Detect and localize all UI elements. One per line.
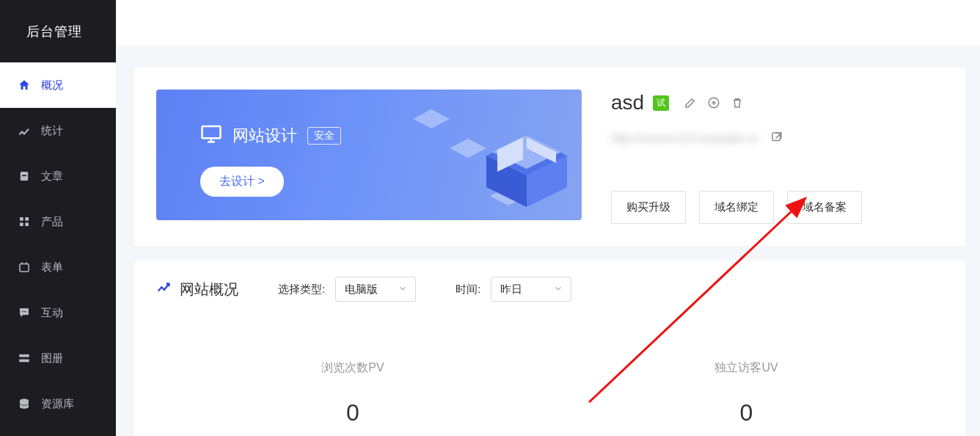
sidebar-item-label: 概况 bbox=[41, 79, 63, 92]
site-card: 网站设计 安全 去设计 > bbox=[134, 68, 965, 246]
svg-point-7 bbox=[22, 311, 23, 313]
overview-chart-icon bbox=[156, 280, 172, 299]
svg-rect-2 bbox=[20, 217, 23, 221]
upgrade-button[interactable]: 购买升级 bbox=[611, 191, 686, 224]
safe-tag: 安全 bbox=[307, 127, 341, 145]
sidebar-item-resources[interactable]: 资源库 bbox=[0, 381, 116, 426]
sidebar-item-label: 文章 bbox=[41, 170, 63, 184]
stat-pv-label: 浏览次数PV bbox=[321, 360, 384, 376]
stat-pv: 浏览次数PV 0 bbox=[321, 360, 384, 426]
stat-uv-label: 独立访客UV bbox=[714, 360, 778, 376]
svg-marker-15 bbox=[450, 139, 486, 158]
filter-type-select[interactable]: 电脑版 bbox=[335, 277, 416, 302]
filter-time-value: 昨日 bbox=[500, 283, 522, 297]
filter-type-label: 选择类型: bbox=[278, 283, 325, 297]
site-url-blurred: http://xxxxxx114.example.cn bbox=[611, 132, 758, 145]
banner-illustration bbox=[376, 90, 582, 220]
trial-badge: 试 bbox=[653, 95, 669, 111]
record-domain-button[interactable]: 域名备案 bbox=[787, 191, 862, 224]
sidebar-item-product[interactable]: 产品 bbox=[0, 199, 116, 244]
svg-point-9 bbox=[26, 311, 27, 313]
sidebar-item-label: 产品 bbox=[41, 215, 63, 229]
grid-icon bbox=[18, 215, 31, 228]
svg-rect-5 bbox=[25, 222, 29, 226]
sidebar-item-stats[interactable]: 统计 bbox=[0, 108, 116, 153]
image-stack-icon bbox=[18, 352, 31, 365]
trash-icon[interactable] bbox=[731, 96, 744, 109]
sidebar-title: 后台管理 bbox=[0, 0, 116, 62]
main-content: 网站设计 安全 去设计 > bbox=[116, 0, 980, 436]
overview-card: 网站概况 选择类型: 电脑版 时间: 昨日 浏览次数PV 0 bbox=[134, 261, 965, 436]
sidebar-item-label: 表单 bbox=[41, 261, 63, 275]
svg-rect-13 bbox=[202, 126, 221, 138]
add-icon[interactable] bbox=[707, 96, 720, 109]
site-name: asd bbox=[611, 91, 644, 115]
stat-pv-value: 0 bbox=[321, 399, 384, 426]
sidebar-item-label: 统计 bbox=[41, 124, 63, 138]
sidebar-item-label: 资源库 bbox=[41, 397, 74, 411]
stat-uv: 独立访客UV 0 bbox=[714, 360, 778, 426]
sidebar-item-overview[interactable]: 概况 bbox=[0, 62, 116, 108]
sidebar-item-form[interactable]: 表单 bbox=[0, 244, 116, 290]
sidebar-item-label: 图册 bbox=[41, 352, 63, 366]
database-icon bbox=[18, 397, 31, 410]
svg-rect-10 bbox=[19, 355, 29, 357]
stat-uv-value: 0 bbox=[714, 399, 778, 426]
sidebar: 后台管理 概况 统计 文章 产品 表单 互动 bbox=[0, 0, 116, 436]
svg-rect-11 bbox=[19, 360, 29, 363]
top-bar bbox=[116, 0, 980, 46]
sidebar-item-interact[interactable]: 互动 bbox=[0, 290, 116, 335]
go-design-button[interactable]: 去设计 > bbox=[200, 167, 284, 197]
document-icon bbox=[18, 170, 31, 183]
sidebar-item-label: 互动 bbox=[41, 306, 63, 320]
svg-rect-24 bbox=[772, 133, 780, 141]
svg-rect-4 bbox=[20, 222, 23, 226]
svg-point-8 bbox=[23, 311, 25, 313]
chart-icon bbox=[18, 124, 31, 137]
sidebar-item-gallery[interactable]: 图册 bbox=[0, 335, 116, 381]
calendar-icon bbox=[18, 261, 31, 274]
chevron-down-icon bbox=[553, 283, 563, 296]
chevron-down-icon bbox=[398, 283, 408, 296]
sidebar-item-article[interactable]: 文章 bbox=[0, 153, 116, 199]
monitor-icon bbox=[200, 123, 222, 149]
svg-marker-14 bbox=[413, 109, 450, 128]
site-info: asd 试 http://xxxxxx114.example.cn bbox=[611, 90, 943, 224]
home-icon bbox=[18, 79, 31, 92]
svg-rect-3 bbox=[25, 217, 29, 221]
external-link-icon[interactable] bbox=[770, 131, 783, 147]
filter-time-label: 时间: bbox=[456, 283, 480, 297]
bind-domain-button[interactable]: 域名绑定 bbox=[699, 191, 774, 224]
comment-icon bbox=[18, 306, 31, 319]
overview-title-text: 网站概况 bbox=[180, 280, 238, 299]
edit-icon[interactable] bbox=[684, 96, 697, 109]
svg-rect-6 bbox=[20, 264, 29, 272]
design-banner: 网站设计 安全 去设计 > bbox=[156, 90, 582, 220]
banner-title-text: 网站设计 bbox=[233, 125, 297, 147]
filter-time-select[interactable]: 昨日 bbox=[491, 277, 571, 302]
filter-type-value: 电脑版 bbox=[345, 283, 378, 297]
svg-rect-1 bbox=[22, 175, 26, 177]
